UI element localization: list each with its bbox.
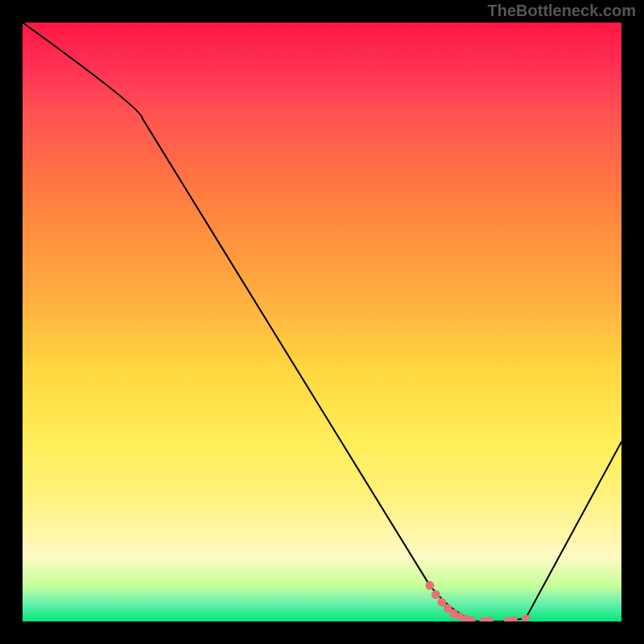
bottleneck-curve-line xyxy=(23,23,621,621)
optimal-marker-dot xyxy=(510,617,518,621)
optimal-marker-dot xyxy=(431,590,440,599)
chart-plot-area xyxy=(23,23,621,621)
watermark-text: TheBottleneck.com xyxy=(488,2,636,20)
chart-svg xyxy=(23,23,621,621)
optimal-marker-dot xyxy=(425,581,434,590)
optimal-marker-dot xyxy=(522,614,530,621)
optimal-markers-group xyxy=(425,581,530,621)
optimal-marker-dot xyxy=(485,617,493,621)
